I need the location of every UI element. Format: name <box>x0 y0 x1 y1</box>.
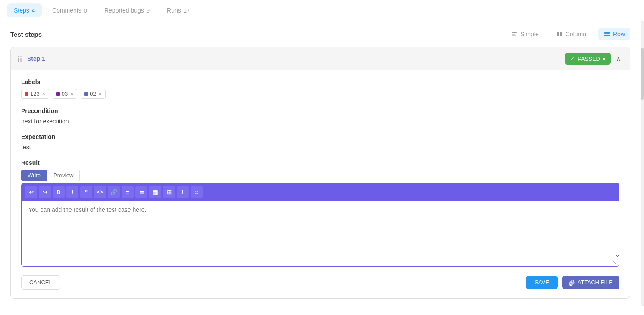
column-icon <box>556 31 563 38</box>
code-button[interactable]: </> <box>94 186 106 198</box>
label-dot-indigo <box>84 92 88 96</box>
tab-steps[interactable]: Steps 4 <box>7 3 42 17</box>
label-remove-03[interactable]: × <box>70 91 73 97</box>
svg-rect-2 <box>512 35 516 36</box>
step-card: Step 1 ✓ PASSED ▾ ∧ <box>10 47 630 299</box>
svg-rect-4 <box>560 32 562 36</box>
expectation-value: test <box>21 144 619 151</box>
label-text-02: 02 <box>90 91 96 97</box>
grid-button[interactable]: ⊞ <box>163 186 175 198</box>
exclamation-button[interactable]: ! <box>177 186 189 198</box>
label-dot-red <box>25 92 28 96</box>
view-btn-row[interactable]: Row <box>598 28 630 40</box>
check-icon: ✓ <box>570 55 575 62</box>
step-header: Step 1 ✓ PASSED ▾ ∧ <box>11 47 630 70</box>
section-header: Test steps Simple <box>10 28 630 40</box>
view-btn-column[interactable]: Column <box>551 28 591 40</box>
ordered-list-button[interactable]: ≣ <box>135 186 147 198</box>
unordered-list-button[interactable]: ≡ <box>122 186 134 198</box>
result-section: Result Write Preview ↩ ↪ B <box>21 159 619 267</box>
bold-button[interactable]: B <box>53 186 65 198</box>
quote-button[interactable]: " <box>80 186 92 198</box>
emoji-button[interactable]: ☺ <box>191 186 203 198</box>
step-header-left: Step 1 <box>18 55 45 62</box>
tab-runs-label: Runs <box>167 7 181 14</box>
scrollbar-thumb[interactable] <box>641 48 644 100</box>
table-button[interactable]: ▦ <box>149 186 161 198</box>
label-text-03: 03 <box>62 91 68 97</box>
redo-button[interactable]: ↪ <box>39 186 51 198</box>
tab-comments-count: 0 <box>84 7 87 14</box>
tab-comments[interactable]: Comments 0 <box>45 3 94 17</box>
paperclip-icon <box>569 280 575 286</box>
tab-reported-bugs-count: 9 <box>147 7 150 14</box>
preview-tab[interactable]: Preview <box>47 170 80 181</box>
view-row-label: Row <box>613 31 625 38</box>
step-body: Labels 123 × 03 × <box>11 70 630 298</box>
passed-button[interactable]: ✓ PASSED ▾ <box>565 53 611 65</box>
scrollbar-track[interactable] <box>641 21 644 306</box>
write-tab[interactable]: Write <box>21 170 47 181</box>
step-header-right: ✓ PASSED ▾ ∧ <box>565 53 623 65</box>
precondition-value: next for execution <box>21 118 619 125</box>
tab-reported-bugs[interactable]: Reported bugs 9 <box>97 3 156 17</box>
right-actions: SAVE ATTACH FILE <box>526 276 619 289</box>
svg-rect-0 <box>512 32 517 33</box>
view-btn-simple[interactable]: Simple <box>506 28 544 40</box>
undo-button[interactable]: ↩ <box>25 186 37 198</box>
editor-toolbar: ↩ ↪ B I " </> 🔗 ≡ ≣ ▦ ⊞ ! ☺ <box>21 183 619 201</box>
chevron-up-icon: ∧ <box>616 55 621 63</box>
italic-button[interactable]: I <box>66 186 78 198</box>
expectation-label: Expectation <box>21 133 619 140</box>
labels-row: 123 × 03 × 02 × <box>21 89 619 99</box>
row-icon <box>603 31 610 38</box>
label-text-123: 123 <box>30 91 40 97</box>
result-label: Result <box>21 159 619 166</box>
attach-file-button[interactable]: ATTACH FILE <box>562 276 619 289</box>
view-simple-label: Simple <box>520 31 539 38</box>
view-column-label: Column <box>566 31 586 38</box>
tabs-bar: Steps 4 Comments 0 Reported bugs 9 Runs … <box>0 0 644 21</box>
drag-handle[interactable] <box>18 56 22 62</box>
editor-area-wrapper: ⤡ <box>21 201 619 267</box>
passed-chevron-icon: ▾ <box>603 56 606 62</box>
expectation-section: Expectation test <box>21 133 619 151</box>
tab-runs-count: 17 <box>184 7 190 14</box>
precondition-label: Precondition <box>21 107 619 114</box>
svg-rect-3 <box>557 32 559 36</box>
tab-reported-bugs-label: Reported bugs <box>104 7 144 14</box>
labels-heading: Labels <box>21 79 619 85</box>
passed-label: PASSED <box>578 56 600 62</box>
write-preview-tabs: Write Preview <box>21 170 80 181</box>
label-tag-123: 123 × <box>21 89 49 99</box>
step-title: Step 1 <box>27 55 45 62</box>
result-textarea[interactable] <box>22 201 619 257</box>
resize-handle: ⤡ <box>22 258 619 266</box>
svg-rect-5 <box>604 32 610 34</box>
label-remove-123[interactable]: × <box>42 91 45 97</box>
attach-file-label: ATTACH FILE <box>578 279 613 286</box>
step-collapse-button[interactable]: ∧ <box>614 53 623 65</box>
save-button[interactable]: SAVE <box>526 276 558 289</box>
tab-comments-label: Comments <box>52 7 81 14</box>
label-tag-03: 03 × <box>53 89 77 99</box>
section-title: Test steps <box>10 31 42 38</box>
precondition-section: Precondition next for execution <box>21 107 619 125</box>
tab-steps-label: Steps <box>14 7 29 14</box>
simple-icon <box>511 31 518 38</box>
svg-rect-6 <box>604 35 610 36</box>
label-dot-purple <box>56 92 60 96</box>
cancel-button[interactable]: CANCEL <box>21 275 60 290</box>
labels-section: Labels 123 × 03 × <box>21 79 619 99</box>
label-tag-02: 02 × <box>81 89 105 99</box>
svg-rect-1 <box>512 34 515 35</box>
link-button[interactable]: 🔗 <box>108 186 120 198</box>
tab-steps-count: 4 <box>32 7 35 14</box>
tab-runs[interactable]: Runs 17 <box>160 3 197 17</box>
label-remove-02[interactable]: × <box>99 91 102 97</box>
view-toggle: Simple Column Row <box>506 28 630 40</box>
